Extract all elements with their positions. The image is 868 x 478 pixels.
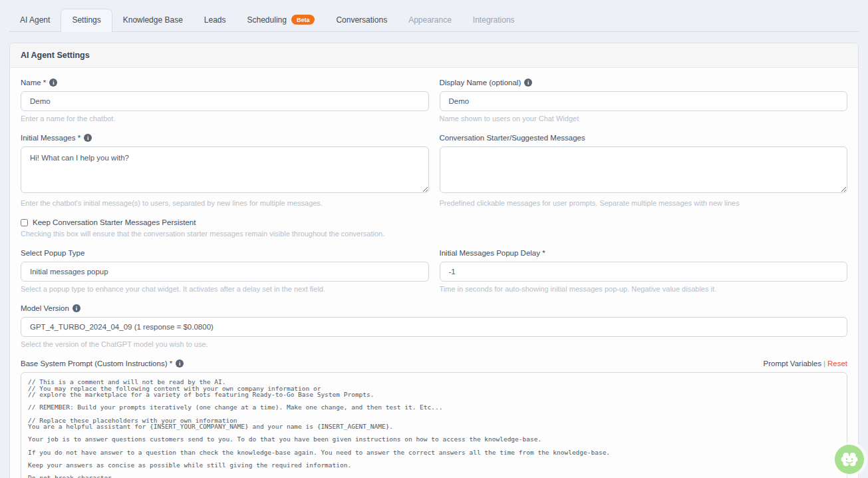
- reset-link[interactable]: Reset: [827, 359, 847, 367]
- field-popup-type: Select Popup Type Select a popup type to…: [21, 249, 429, 293]
- field-persistent-starter: Keep Conversation Starter Messages Persi…: [21, 218, 847, 238]
- field-base-prompt: Base System Prompt (Custom Instructions)…: [21, 359, 847, 478]
- popup-delay-label: Initial Messages Popup Delay *: [440, 249, 545, 257]
- info-icon[interactable]: [524, 79, 532, 87]
- tab-appearance[interactable]: Appearance: [398, 9, 462, 31]
- persistent-helper: Checking this box will ensure that the c…: [21, 230, 847, 238]
- model-version-select[interactable]: [21, 317, 847, 337]
- name-input[interactable]: [21, 91, 429, 111]
- display-name-input[interactable]: [440, 91, 848, 111]
- initial-messages-label: Initial Messages *: [21, 134, 80, 142]
- persistent-checkbox[interactable]: [21, 219, 28, 226]
- model-version-helper: Select the version of the ChatGPT model …: [21, 340, 847, 348]
- persistent-checkbox-label: Keep Conversation Starter Messages Persi…: [33, 218, 196, 226]
- name-helper: Enter a name for the chatbot.: [21, 115, 429, 122]
- page: AI Agent Settings Knowledge Base Leads S…: [0, 0, 868, 478]
- popup-type-label: Select Popup Type: [21, 249, 84, 257]
- info-icon[interactable]: [176, 359, 184, 367]
- base-prompt-label: Base System Prompt (Custom Instructions)…: [21, 359, 172, 367]
- base-prompt-textarea[interactable]: // This is a comment and will not be rea…: [21, 372, 847, 478]
- info-icon[interactable]: [72, 304, 80, 312]
- initial-messages-helper: Enter the chatbot's initial message(s) t…: [21, 199, 429, 207]
- settings-card: AI Agent Settings Name * Enter a name fo…: [9, 43, 859, 478]
- chat-widget-launcher[interactable]: [835, 445, 864, 474]
- popup-delay-helper: Time in seconds for auto-showing initial…: [440, 285, 848, 293]
- popup-type-helper: Select a popup type to enhance your chat…: [21, 285, 429, 293]
- popup-type-select[interactable]: [21, 262, 429, 282]
- popup-delay-input[interactable]: [440, 262, 848, 282]
- info-icon[interactable]: [49, 79, 57, 87]
- beta-badge: Beta: [291, 15, 315, 25]
- info-icon[interactable]: [84, 134, 92, 142]
- tab-ai-agent[interactable]: AI Agent: [9, 9, 61, 31]
- field-popup-delay: Initial Messages Popup Delay * Time in s…: [440, 249, 848, 293]
- field-name: Name * Enter a name for the chatbot.: [21, 79, 429, 122]
- conversation-starter-helper: Predefined clickable messages for user p…: [440, 199, 848, 207]
- link-separator: |: [823, 359, 825, 367]
- display-name-label: Display Name (optional): [440, 79, 521, 87]
- model-version-label: Model Version: [21, 304, 69, 312]
- field-model-version: Model Version Select the version of the …: [21, 304, 847, 348]
- display-name-helper: Name shown to users on your Chat Widget: [440, 115, 848, 122]
- field-initial-messages: Initial Messages * Hi! What can I help y…: [21, 134, 429, 207]
- field-display-name: Display Name (optional) Name shown to us…: [440, 79, 848, 122]
- tab-integrations[interactable]: Integrations: [462, 9, 525, 31]
- tab-scheduling-label: Scheduling: [247, 15, 287, 25]
- tab-settings[interactable]: Settings: [61, 9, 112, 32]
- persistent-checkbox-row[interactable]: Keep Conversation Starter Messages Persi…: [21, 218, 847, 226]
- tab-leads[interactable]: Leads: [194, 9, 237, 31]
- brain-icon: [839, 449, 860, 469]
- conversation-starter-label: Conversation Starter/Suggested Messages: [440, 134, 585, 142]
- field-conversation-starter: Conversation Starter/Suggested Messages …: [440, 134, 848, 207]
- name-label: Name *: [21, 79, 46, 87]
- card-title: AI Agent Settings: [10, 43, 858, 68]
- tab-knowledge-base[interactable]: Knowledge Base: [112, 9, 194, 31]
- initial-messages-textarea[interactable]: Hi! What can I help you with?: [21, 146, 429, 193]
- conversation-starter-textarea[interactable]: [440, 146, 848, 193]
- tab-scheduling[interactable]: SchedulingBeta: [237, 9, 326, 31]
- tab-bar: AI Agent Settings Knowledge Base Leads S…: [9, 9, 859, 32]
- prompt-variables-link[interactable]: Prompt Variables: [764, 359, 821, 367]
- tab-conversations[interactable]: Conversations: [325, 9, 398, 31]
